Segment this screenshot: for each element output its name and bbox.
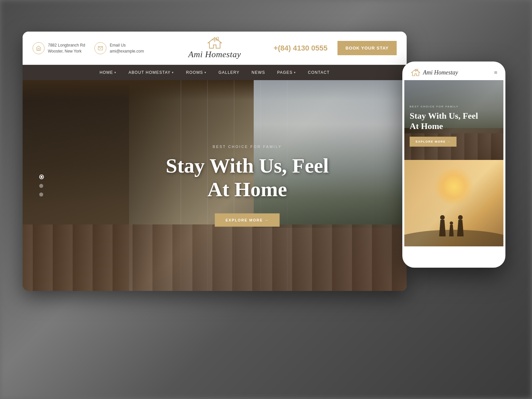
hero-subtitle: BEST CHOICE FOR FAMILY	[166, 145, 329, 149]
logo-house-icon	[206, 37, 223, 49]
slider-dots	[39, 175, 44, 197]
nav-contact[interactable]: CONTACT	[302, 65, 336, 80]
slider-dot-1[interactable]	[39, 175, 44, 179]
email-icon	[94, 42, 106, 54]
home-icon	[33, 42, 45, 54]
mobile-logo-icon	[410, 69, 421, 76]
mobile-explore-button[interactable]: EXPLORE MORE →	[410, 137, 457, 147]
chevron-down-icon: ▾	[294, 71, 296, 74]
nav-news[interactable]: NEWS	[246, 65, 271, 80]
desktop-header: 7882 Longbranch Rd Wooster, New York Ema…	[23, 32, 407, 65]
nav-about[interactable]: ABOUT HOMESTAY ▾	[122, 65, 180, 80]
hero-content: BEST CHOICE FOR FAMILY Stay With Us, Fee…	[166, 145, 329, 227]
chevron-down-icon: ▾	[204, 71, 206, 74]
chevron-down-icon: ▾	[172, 71, 174, 74]
hamburger-icon[interactable]: ≡	[494, 69, 497, 76]
desktop-mockup: 7882 Longbranch Rd Wooster, New York Ema…	[23, 32, 407, 291]
address-text: 7882 Longbranch Rd Wooster, New York	[48, 42, 85, 54]
mobile-bottom-image	[404, 160, 503, 246]
email-text: Email Us ami@example.com	[110, 42, 144, 54]
mobile-hero-content: BEST CHOICE FOR FAMILY Stay With Us, Fee…	[410, 105, 498, 147]
logo-text: Ami Homestay	[188, 50, 241, 60]
mobile-mockup: Ami Homestay ≡ BEST CHOICE FOR FAMILY St…	[402, 62, 505, 268]
mobile-header: Ami Homestay ≡	[404, 64, 503, 80]
nav-rooms[interactable]: ROOMS ▾	[180, 65, 212, 80]
header-left: 7882 Longbranch Rd Wooster, New York Ema…	[33, 42, 215, 54]
mobile-hero: BEST CHOICE FOR FAMILY Stay With Us, Fee…	[404, 80, 503, 160]
mobile-logo[interactable]: Ami Homestay	[410, 69, 458, 76]
nav-home[interactable]: HOME ▾	[93, 65, 122, 80]
email-contact-item: Email Us ami@example.com	[94, 42, 144, 54]
book-button[interactable]: BOOK YOUR STAY	[337, 41, 397, 55]
desktop-nav: HOME ▾ ABOUT HOMESTAY ▾ ROOMS ▾ GALLERY …	[23, 65, 407, 80]
nav-gallery[interactable]: GALLERY	[212, 65, 246, 80]
mobile-hero-title: Stay With Us, FeelAt Home	[410, 111, 498, 131]
ground-hill	[404, 230, 503, 246]
slider-dot-3[interactable]	[39, 193, 43, 197]
mobile-hero-subtitle: BEST CHOICE FOR FAMILY	[410, 105, 498, 108]
address-contact-item: 7882 Longbranch Rd Wooster, New York	[33, 42, 85, 54]
chevron-down-icon: ▾	[114, 71, 116, 74]
hero-title: Stay With Us, FeelAt Home	[166, 154, 329, 201]
desktop-logo[interactable]: Ami Homestay	[188, 37, 241, 60]
header-right: +(84) 4130 0555 BOOK YOUR STAY	[215, 41, 397, 55]
nav-pages[interactable]: PAGES ▾	[271, 65, 302, 80]
phone-number: +(84) 4130 0555	[274, 44, 328, 53]
slider-dot-2[interactable]	[39, 184, 43, 188]
mobile-logo-text: Ami Homestay	[423, 69, 458, 76]
hero-deck	[23, 224, 407, 291]
explore-more-button[interactable]: EXPLORE MORE →	[215, 213, 280, 226]
sun-effect	[434, 167, 474, 206]
desktop-hero: BEST CHOICE FOR FAMILY Stay With Us, Fee…	[23, 80, 407, 291]
